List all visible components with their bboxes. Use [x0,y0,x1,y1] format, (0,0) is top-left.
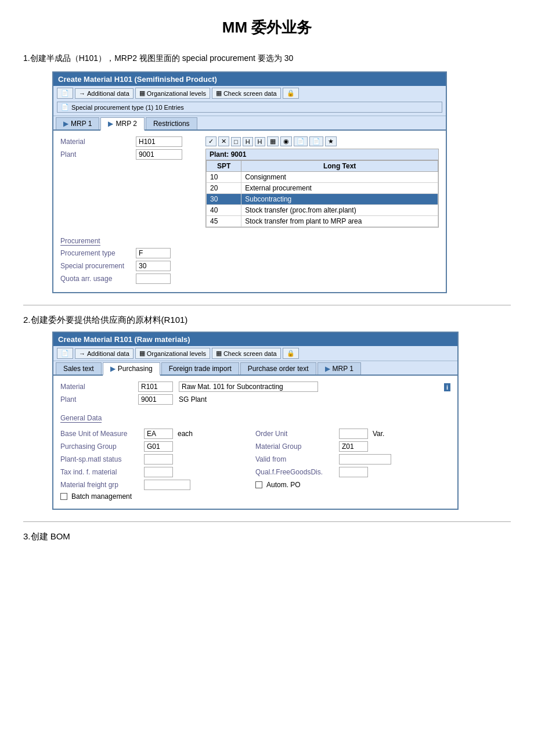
quota-arr-row: Quota arr. usage [60,273,439,284]
autom-po-checkbox[interactable] [255,481,262,488]
tab-foreign-trade[interactable]: Foreign trade import [161,362,239,375]
material-group-input[interactable] [339,441,368,452]
w2-grid-icon: ▦ [139,350,145,357]
w2-lock-icon: 🔒 [287,350,295,357]
table-row[interactable]: 10 Consignment [207,172,438,183]
popup-check-btn[interactable]: ✓ [205,136,217,146]
tab-purchasing[interactable]: ▶ Purchasing [103,362,160,376]
w2-check-icon: ▦ [216,350,222,357]
material-input[interactable] [136,136,182,147]
plant-row: Plant [60,149,182,160]
w2-material-label: Material [60,383,136,391]
purchasing-icon: ▶ [110,365,116,373]
material-row: Material [60,136,182,147]
base-uom-text: each [178,430,193,438]
tab-sales-text[interactable]: Sales text [56,362,102,375]
mrp1-label: MRP 1 [71,120,92,128]
popup-square-btn[interactable]: □ [231,137,241,146]
popup-x-btn[interactable]: ✕ [218,136,229,146]
w2-material-desc-input[interactable] [179,381,318,392]
col-longtext: Long Text [241,161,438,172]
procurement-type-label: Procurement type [60,249,136,257]
additional-data-label: Additional data [87,90,129,97]
arrow-icon: → [79,90,85,97]
check-screen-btn[interactable]: ▦ Check screen data [212,88,281,99]
table-row[interactable]: 40 Stock transfer (proc.from alter.plant… [207,205,438,216]
w2-toolbar-icon-btn[interactable]: 📄 [57,348,73,359]
special-procurement-input[interactable] [136,261,171,271]
w2-check-screen-btn[interactable]: ▦ Check screen data [212,348,281,359]
step1-text: 1.创建半成品（H101），MRP2 视图里面的 special procure… [23,52,511,64]
quota-arr-input[interactable] [136,273,171,284]
window2-content: Material i Plant SG Plant General Data [53,376,457,509]
popup-star-btn[interactable]: ★ [325,136,337,146]
mrp1-w2-icon: ▶ [325,365,330,373]
page-title: MM 委外业务 [23,17,511,38]
plant-sp-matl-row: Plant-sp.matl status Valid from [60,454,450,465]
popup-h3-btn[interactable]: ▦ [267,136,279,146]
tab-mrp1[interactable]: ▶ MRP 1 [56,117,99,129]
plant-sp-matl-input[interactable] [144,454,173,465]
w2-lock-btn[interactable]: 🔒 [283,348,299,359]
lock-btn[interactable]: 🔒 [283,88,299,99]
table-row-highlighted[interactable]: 30 Subcontracting [207,194,438,205]
purchasing-group-label: Purchasing Group [60,442,142,451]
check-icon: ▦ [216,89,222,97]
w2-additional-data-btn[interactable]: → Additional data [75,348,134,359]
additional-data-btn[interactable]: → Additional data [75,88,134,99]
toolbar-icon-btn[interactable]: 📄 [57,88,73,99]
autom-po-label: Autom. PO [266,481,301,489]
base-uom-input[interactable] [144,429,173,439]
tab-restrictions[interactable]: Restrictions [146,117,197,129]
table-row[interactable]: 20 External procurement [207,183,438,194]
w2-plant-desc: SG Plant [179,395,207,404]
purchase-order-text-label: Purchase order text [248,365,309,373]
material-label: Material [60,138,136,146]
popup-doc-btn[interactable]: 📄 [294,136,308,146]
tab-mrp2[interactable]: ▶ MRP 2 [100,117,144,131]
info-icon-btn[interactable]: i [444,383,450,391]
plant-input[interactable] [136,149,182,160]
popup-h1-btn[interactable]: H [243,137,253,146]
spt-text: Consignment [241,172,438,183]
qual-label: Qual.f.FreeGoodsDis. [255,468,337,476]
w2-plant-input[interactable] [138,394,173,405]
popup-doc2-btn[interactable]: 📄 [309,136,323,146]
popup-eye-btn[interactable]: ◉ [280,136,292,146]
spt-text: Stock transfer (proc.from alter.plant) [241,205,438,216]
order-unit-input[interactable] [339,429,368,439]
step2-text: 2.创建委外要提供给供应商的原材料(R101) [23,315,511,326]
grid-icon: ▦ [139,89,145,97]
qual-input[interactable] [339,467,368,477]
valid-from-input[interactable] [339,454,391,465]
plant-sp-matl-label: Plant-sp.matl status [60,455,142,463]
tax-ind-input[interactable] [144,467,173,477]
popup-h2-btn[interactable]: H [255,137,265,146]
tab-mrp1-w2[interactable]: ▶ MRP 1 [317,362,361,375]
w2-org-levels-btn[interactable]: ▦ Organizational levels [135,348,210,359]
batch-mgmt-checkbox[interactable] [60,493,67,500]
mrp2-label: MRP 2 [116,120,136,128]
w2-arrow-icon: → [79,350,85,357]
material-freight-input[interactable] [144,480,190,490]
procurement-type-input[interactable] [136,248,171,258]
spt-value: 30 [207,194,241,205]
tax-ind-label: Tax ind. f. material [60,468,142,476]
w2-additional-data-label: Additional data [87,350,129,357]
w2-material-input[interactable] [138,381,173,392]
w2-doc-icon: 📄 [61,350,69,357]
spt-value: 40 [207,205,241,216]
tab-purchase-order-text[interactable]: Purchase order text [240,362,316,375]
w2-check-screen-label: Check screen data [223,350,277,357]
org-levels-btn[interactable]: ▦ Organizational levels [135,88,210,99]
sap-window-2: Create Material R101 (Raw materials) 📄 →… [52,332,459,510]
special-proc-text: Special procurement type (1) 10 Entries [71,104,184,111]
table-row[interactable]: 45 Stock transfer from plant to MRP area [207,216,438,227]
base-uom-row: Base Unit of Measure each Order Unit Var… [60,429,450,439]
spt-popup: Plant: 9001 SPT Long Text 10 C [205,149,439,228]
purchasing-group-input[interactable] [144,441,173,452]
special-proc-info: 📄 Special procurement type (1) 10 Entrie… [57,102,442,113]
step3-text: 3.创建 BOM [23,531,511,542]
window1-content: Material Plant ✓ ✕ □ H H ▦ ◉ [53,131,446,292]
window2-tabs: Sales text ▶ Purchasing Foreign trade im… [53,361,457,376]
